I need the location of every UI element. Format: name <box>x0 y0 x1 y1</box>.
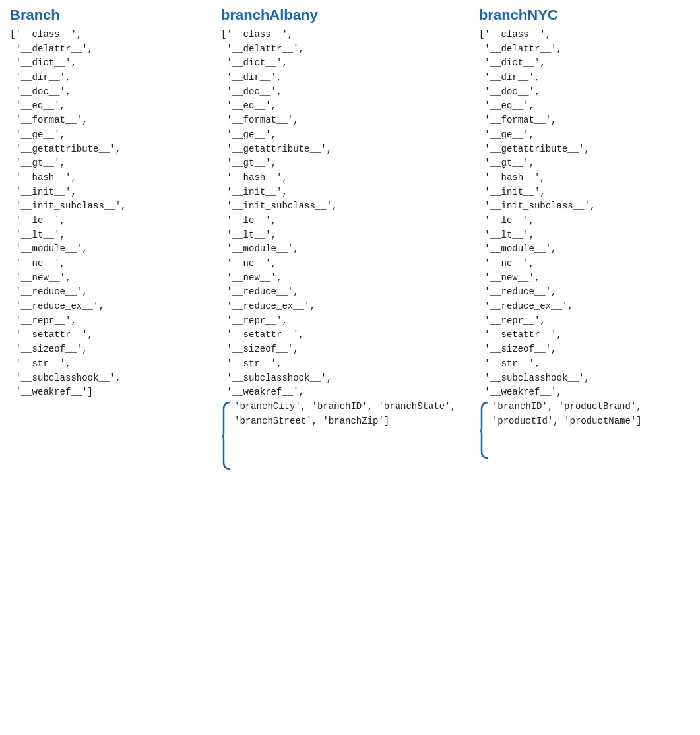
column-branchAlbany: branchAlbany ['__class__', '__delattr__'… <box>221 7 479 470</box>
branchAlbany-extra-lines: 'branchCity', 'branchID', 'branchState',… <box>234 400 459 470</box>
branchNYC-code-block: ['__class__', '__delattr__', '__dict__',… <box>479 28 670 400</box>
column-header-branch: Branch <box>10 7 201 24</box>
branchAlbany-brace-section: 'branchCity', 'branchID', 'branchState',… <box>221 400 459 470</box>
main-content: Branch ['__class__', '__delattr__', '__d… <box>10 7 690 470</box>
branch-code-block: ['__class__', '__delattr__', '__dict__',… <box>10 28 201 400</box>
branchNYC-extra-lines: 'branchID', 'productBrand', 'productId',… <box>492 400 670 459</box>
branchNYC-brace-icon <box>479 401 492 459</box>
branchAlbany-code-block: ['__class__', '__delattr__', '__dict__',… <box>221 28 459 400</box>
column-header-branchNYC: branchNYC <box>479 7 670 24</box>
branchNYC-brace-section: 'branchID', 'productBrand', 'productId',… <box>479 400 670 459</box>
column-branch: Branch ['__class__', '__delattr__', '__d… <box>10 7 221 400</box>
column-header-branchAlbany: branchAlbany <box>221 7 459 24</box>
column-branchNYC: branchNYC ['__class__', '__delattr__', '… <box>479 7 690 459</box>
branchAlbany-brace-icon <box>221 401 234 470</box>
